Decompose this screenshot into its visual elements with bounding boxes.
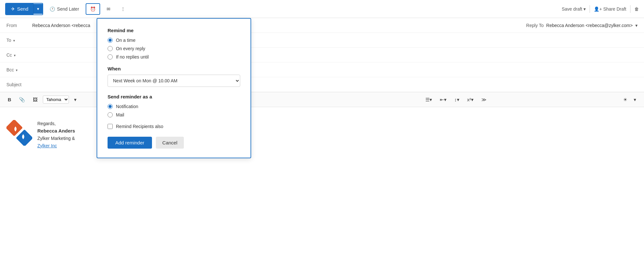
font-select[interactable]: Tahoma xyxy=(43,96,69,104)
from-label: From xyxy=(6,23,32,28)
send-reminder-as-title: Send reminder as a xyxy=(108,94,240,99)
font-chevron[interactable]: ▾ xyxy=(71,96,79,104)
more-options-icon: ⋮ xyxy=(121,6,125,12)
when-select[interactable]: Next Week on Mon @ 10.00 AMTomorrow @ 10… xyxy=(108,75,240,87)
on-a-time-radio[interactable] xyxy=(108,38,113,43)
if-no-replies-label: If no replies until xyxy=(116,54,149,60)
mail-radio[interactable] xyxy=(108,112,113,117)
send-later-label: Send Later xyxy=(57,6,79,12)
notification-option[interactable]: Notification xyxy=(108,104,240,109)
sig-regards: Regards, xyxy=(37,120,75,127)
sig-company: Zylker Marketing & xyxy=(37,135,75,142)
send-reminder-as-section: Send reminder as a Notification Mail xyxy=(108,94,240,117)
line-height-button[interactable]: ↕▾ xyxy=(452,96,462,104)
toolbar-divider-2 xyxy=(630,5,630,13)
save-draft-label: Save draft xyxy=(562,6,582,12)
mail-label: Mail xyxy=(116,112,124,117)
when-section: When Next Week on Mon @ 10.00 AMTomorrow… xyxy=(108,66,240,87)
reminder-icon: ⏰ xyxy=(90,6,96,12)
delete-button[interactable]: 🗑 xyxy=(634,6,639,12)
subject-label: Subject xyxy=(6,82,32,87)
send-button-group: ✈ Send ▾ xyxy=(5,3,43,15)
chevron-down-icon: ▾ xyxy=(74,97,77,102)
brightness-button[interactable]: ☀ xyxy=(620,96,630,104)
reply-to-section: Reply To Rebecca Anderson <rebecca@zylke… xyxy=(526,23,638,28)
remind-recipients-label: Remind Recipients also xyxy=(116,124,163,129)
remind-me-options: On a time On every reply If no replies u… xyxy=(108,38,240,60)
reminder-button[interactable]: ⏰ xyxy=(86,3,100,15)
format-expand-button[interactable]: ▾ xyxy=(631,96,639,104)
bcc-label: Bcc ▾ xyxy=(6,67,32,72)
save-draft-chevron: ▾ xyxy=(583,6,586,12)
attach-icon: 📎 xyxy=(19,97,25,102)
main-toolbar: ✈ Send ▾ 🕐 Send Later ⏰ ✉ ⋮ Save draft ▾… xyxy=(0,0,644,18)
send-later-icon: 🕐 xyxy=(50,6,55,12)
save-draft-button[interactable]: Save draft ▾ xyxy=(562,6,586,12)
cancel-button[interactable]: Cancel xyxy=(156,137,184,149)
reply-to-label: Reply To xyxy=(526,23,544,28)
attach-button[interactable]: 📎 xyxy=(16,96,28,104)
delete-icon: 🗑 xyxy=(634,6,639,12)
remind-recipients-option[interactable]: Remind Recipients also xyxy=(108,124,240,129)
align-button[interactable]: ☰▾ xyxy=(423,96,435,104)
company-logo xyxy=(6,120,32,146)
notification-radio[interactable] xyxy=(108,104,113,109)
remind-recipients-checkbox[interactable] xyxy=(108,124,113,129)
send-reminder-options: Notification Mail xyxy=(108,104,240,117)
reply-to-value: Rebecca Anderson <rebecca@zylker.com> xyxy=(546,23,633,28)
on-a-time-option[interactable]: On a time xyxy=(108,38,240,43)
on-every-reply-option[interactable]: On every reply xyxy=(108,46,240,51)
mail-option[interactable]: Mail xyxy=(108,112,240,117)
if-no-replies-radio[interactable] xyxy=(108,54,113,60)
bold-button[interactable]: B xyxy=(5,96,14,104)
when-label: When xyxy=(108,66,240,71)
send-icon: ✈ xyxy=(11,6,15,12)
reminder-popup: Remind me On a time On every reply If no… xyxy=(97,18,251,158)
more-options-button[interactable]: ⋮ xyxy=(117,4,129,14)
signature-text: Regards, Rebecca Anders Zylker Marketing… xyxy=(37,120,75,149)
on-every-reply-label: On every reply xyxy=(116,46,145,51)
send-dropdown-button[interactable]: ▾ xyxy=(33,4,43,14)
share-draft-icon: 👤+ xyxy=(594,6,602,12)
remind-me-title: Remind me xyxy=(108,28,240,33)
send-button[interactable]: ✈ Send xyxy=(6,4,33,14)
notification-label: Notification xyxy=(116,104,138,109)
share-draft-button[interactable]: 👤+ Share Draft xyxy=(594,6,626,12)
sig-name: Rebecca Anders xyxy=(37,127,75,135)
template-icon: ✉ xyxy=(107,6,110,12)
on-every-reply-radio[interactable] xyxy=(108,46,113,51)
popup-actions: Add reminder Cancel xyxy=(108,137,240,149)
send-label: Send xyxy=(17,6,28,12)
send-later-button[interactable]: 🕐 Send Later xyxy=(46,4,83,14)
sig-link[interactable]: Zylker Inc xyxy=(37,143,57,148)
reply-to-chevron[interactable]: ▾ xyxy=(635,23,638,28)
indent-button[interactable]: ⇤▾ xyxy=(437,96,449,104)
cc-label: Cc ▾ xyxy=(6,52,32,58)
superscript-button[interactable]: x²▾ xyxy=(465,96,477,104)
remind-recipients-section: Remind Recipients also xyxy=(108,124,240,129)
if-no-replies-option[interactable]: If no replies until xyxy=(108,54,240,60)
on-a-time-label: On a time xyxy=(116,38,136,43)
template-button[interactable]: ✉ xyxy=(103,4,114,14)
to-label: To ▾ xyxy=(6,38,32,43)
image-button[interactable]: 🖼 xyxy=(30,96,40,104)
more-format-button[interactable]: ≫ xyxy=(479,96,489,104)
add-reminder-button[interactable]: Add reminder xyxy=(108,137,152,149)
image-icon: 🖼 xyxy=(33,97,38,102)
share-draft-label: Share Draft xyxy=(603,6,626,12)
toolbar-divider-1 xyxy=(590,5,590,13)
toolbar-right: Save draft ▾ 👤+ Share Draft 🗑 xyxy=(562,5,639,13)
